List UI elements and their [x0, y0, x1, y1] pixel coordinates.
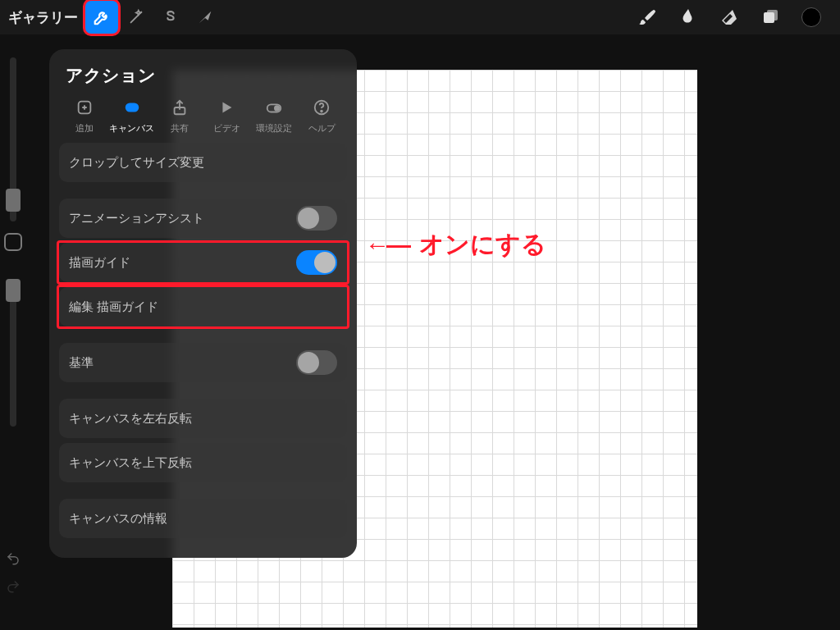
play-icon	[216, 97, 237, 118]
item-label: キャンバスを左右反転	[69, 411, 192, 427]
redo-icon[interactable]	[6, 579, 21, 597]
undo-icon[interactable]	[6, 551, 21, 569]
top-toolbar: ギャラリー	[0, 0, 840, 34]
layers-icon[interactable]	[750, 0, 791, 34]
item-label: 描画ガイド	[69, 255, 130, 271]
tab-canvas[interactable]: キャンバス	[108, 97, 156, 135]
item-drawing-guide[interactable]: 描画ガイド	[59, 243, 347, 282]
actions-popover: アクション 追加 キャンバス 共有 ビデオ 環境設定 ヘルプ クロップしてサイ	[49, 49, 357, 558]
adjustments-wand-icon[interactable]	[119, 0, 153, 34]
tab-label: 追加	[75, 122, 94, 135]
item-label: クロップしてサイズ変更	[69, 155, 204, 171]
color-picker-swatch[interactable]	[791, 0, 832, 34]
item-animation-assist[interactable]: アニメーションアシスト	[59, 199, 347, 238]
svg-rect-3	[125, 103, 139, 112]
tab-share[interactable]: 共有	[156, 97, 203, 135]
add-icon	[74, 97, 95, 118]
popover-title: アクション	[49, 61, 357, 97]
toggle-animation-assist[interactable]	[296, 206, 337, 231]
svg-rect-1	[767, 10, 778, 21]
brush-opacity-slider[interactable]	[10, 279, 16, 427]
annotation-callout: ←― オンにする	[365, 228, 546, 262]
brush-icon[interactable]	[627, 0, 668, 34]
tab-video[interactable]: ビデオ	[203, 97, 250, 135]
svg-point-8	[321, 111, 322, 112]
actions-wrench-icon[interactable]	[84, 0, 119, 34]
tab-add[interactable]: 追加	[61, 97, 108, 135]
tab-label: 環境設定	[256, 122, 292, 135]
item-reference[interactable]: 基準	[59, 343, 347, 382]
eraser-icon[interactable]	[709, 0, 750, 34]
transform-arrow-icon[interactable]	[188, 0, 222, 34]
selection-s-icon[interactable]	[153, 0, 188, 34]
item-canvas-info[interactable]: キャンバスの情報	[59, 499, 347, 538]
item-edit-drawing-guide[interactable]: 編集 描画ガイド	[59, 287, 347, 326]
item-label: アニメーションアシスト	[69, 211, 204, 226]
tab-label: キャンバス	[109, 122, 154, 135]
item-label: キャンバスを上下反転	[69, 455, 192, 471]
tab-label: ビデオ	[213, 122, 240, 135]
item-label: キャンバスの情報	[69, 511, 167, 527]
popover-tabs: 追加 キャンバス 共有 ビデオ 環境設定 ヘルプ	[49, 97, 357, 143]
item-flip-horizontal[interactable]: キャンバスを左右反転	[59, 399, 347, 438]
tab-prefs[interactable]: 環境設定	[250, 97, 298, 135]
toggle-reference[interactable]	[296, 350, 337, 375]
tab-label: 共有	[171, 122, 189, 135]
item-label: 基準	[69, 355, 94, 371]
tab-help[interactable]: ヘルプ	[298, 97, 345, 135]
help-icon	[311, 97, 332, 118]
item-label: 編集 描画ガイド	[69, 299, 158, 315]
brush-size-slider[interactable]	[10, 57, 16, 221]
smudge-icon[interactable]	[668, 0, 709, 34]
arrow-left-icon: ←―	[365, 231, 408, 259]
modify-button[interactable]	[4, 233, 22, 251]
canvas-icon	[121, 97, 143, 118]
svg-point-6	[275, 106, 280, 111]
annotation-text: オンにする	[419, 228, 546, 262]
share-icon	[169, 97, 190, 118]
left-sidebar	[2, 49, 25, 605]
gallery-button[interactable]: ギャラリー	[8, 8, 78, 27]
toggle-icon	[263, 97, 285, 118]
item-flip-vertical[interactable]: キャンバスを上下反転	[59, 443, 347, 482]
popover-item-list: クロップしてサイズ変更 アニメーションアシスト 描画ガイド 編集 描画ガイド 基…	[49, 143, 357, 538]
tab-label: ヘルプ	[308, 122, 336, 135]
toggle-drawing-guide[interactable]	[296, 250, 337, 275]
item-crop-resize[interactable]: クロップしてサイズ変更	[59, 143, 347, 182]
